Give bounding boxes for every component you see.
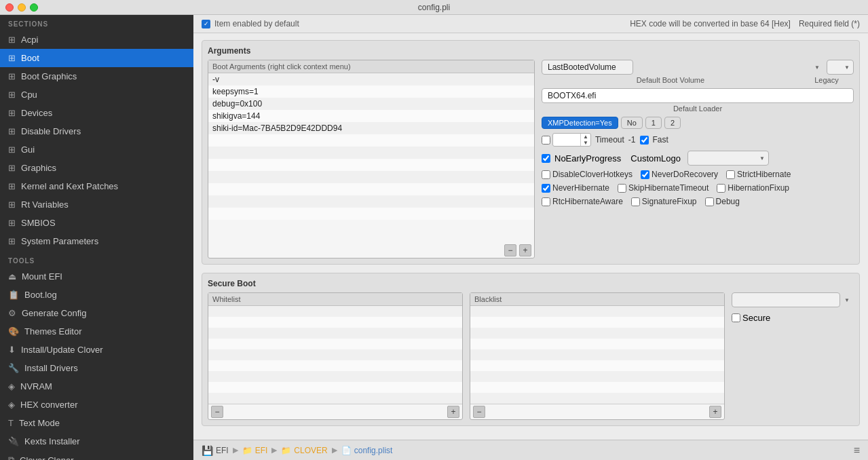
list-item[interactable]	[208, 134, 534, 147]
blacklist-remove-button[interactable]: −	[473, 406, 485, 418]
sidebar-item-smbios[interactable]: ⊞ SMBIOS	[0, 214, 193, 232]
list-item[interactable]	[470, 317, 724, 328]
sidebar-item-mount-efi[interactable]: ⏏ Mount EFI	[0, 267, 193, 286]
list-item[interactable]	[208, 147, 534, 159]
sidebar-item-cpu[interactable]: ⊞ Cpu	[0, 85, 193, 104]
close-button[interactable]	[5, 3, 14, 12]
whitelist-add-button[interactable]: +	[447, 406, 459, 418]
list-item[interactable]	[470, 371, 724, 382]
sidebar-item-kexts-installer[interactable]: 🔌 Kexts Installer	[0, 432, 193, 451]
fast-checkbox[interactable]	[640, 136, 649, 145]
list-item[interactable]	[470, 306, 724, 317]
secure-select-wrapper[interactable]	[732, 292, 854, 307]
default-boot-volume-select-wrapper[interactable]: LastBootedVolume	[542, 60, 824, 75]
sidebar-item-devices[interactable]: ⊞ Devices	[0, 104, 193, 122]
never-do-recovery-checkbox[interactable]	[641, 170, 649, 179]
list-item[interactable]	[470, 393, 724, 404]
list-item[interactable]	[208, 208, 534, 220]
remove-arg-button[interactable]: −	[504, 244, 516, 256]
timeout-box[interactable]: ▲ ▼	[552, 133, 591, 147]
hamburger-menu-icon[interactable]: ≡	[854, 444, 860, 457]
list-item[interactable]	[208, 328, 462, 339]
window-controls[interactable]	[5, 3, 38, 12]
sidebar-item-boot[interactable]: ⊞ Boot	[0, 49, 193, 67]
breadcrumb-efi-folder[interactable]: 📁 EFI	[242, 446, 268, 455]
item-enabled-checkbox[interactable]: ✓	[202, 20, 210, 28]
sidebar-item-boot-graphics[interactable]: ⊞ Boot Graphics	[0, 67, 193, 85]
list-item[interactable]	[470, 339, 724, 349]
timeout-up[interactable]: ▲	[581, 134, 590, 140]
list-item[interactable]	[208, 306, 462, 317]
xmp-detection-2-button[interactable]: 2	[664, 117, 681, 129]
list-item[interactable]	[208, 317, 462, 328]
list-item[interactable]	[208, 195, 534, 208]
never-hibernate-checkbox[interactable]	[542, 184, 550, 193]
sidebar-item-clover-cloner[interactable]: ⧉ Clover Cloner	[0, 451, 193, 460]
list-item[interactable]: -v	[208, 73, 534, 85]
xmp-detection-no-button[interactable]: No	[621, 117, 643, 129]
sidebar-item-generate-config[interactable]: ⚙ Generate Config	[0, 304, 193, 322]
default-boot-volume-select[interactable]: LastBootedVolume	[542, 60, 633, 75]
sidebar-item-rt-variables[interactable]: ⊞ Rt Variables	[0, 195, 193, 214]
boot-args-header[interactable]: Boot Arguments (right click context menu…	[208, 60, 534, 73]
disable-clover-hotkeys-checkbox[interactable]	[542, 170, 550, 179]
list-item[interactable]	[470, 349, 724, 360]
no-early-progress-checkbox[interactable]	[542, 154, 550, 163]
list-item[interactable]	[208, 349, 462, 360]
custom-logo-select-wrapper[interactable]	[687, 151, 769, 166]
timeout-checkbox[interactable]	[542, 136, 550, 145]
secure-select[interactable]	[732, 292, 840, 307]
list-item[interactable]	[208, 382, 462, 393]
timeout-input[interactable]	[553, 134, 580, 146]
list-item[interactable]	[208, 371, 462, 382]
sidebar-item-system-parameters[interactable]: ⊞ System Parameters	[0, 232, 193, 250]
debug-checkbox[interactable]	[705, 197, 714, 206]
default-loader-input[interactable]	[542, 88, 854, 103]
list-item[interactable]	[208, 339, 462, 349]
breadcrumb-efi-icon-item[interactable]: 💾 EFI	[202, 445, 229, 456]
list-item[interactable]	[208, 171, 534, 183]
sidebar-item-nvram[interactable]: ◈ NVRAM	[0, 377, 193, 396]
sidebar-item-boot-log[interactable]: 📋 Boot.log	[0, 286, 193, 304]
sidebar-item-text-mode[interactable]: T Text Mode	[0, 414, 193, 432]
breadcrumb-config-file[interactable]: 📄 config.plist	[341, 446, 393, 455]
sidebar-item-kernel-kext-patches[interactable]: ⊞ Kernel and Kext Patches	[0, 177, 193, 195]
xmp-detection-1-button[interactable]: 1	[645, 117, 662, 129]
skip-hibernate-timeout-checkbox[interactable]	[618, 184, 626, 193]
sidebar-item-gui[interactable]: ⊞ Gui	[0, 140, 193, 159]
list-item[interactable]	[208, 183, 534, 195]
sidebar-item-install-drivers[interactable]: 🔧 Install Drivers	[0, 359, 193, 377]
list-item[interactable]: keepsyms=1	[208, 85, 534, 98]
list-item[interactable]	[208, 360, 462, 371]
timeout-down[interactable]: ▼	[581, 140, 590, 146]
secure-checkbox[interactable]	[732, 313, 740, 322]
signature-fixup-checkbox[interactable]	[631, 197, 640, 206]
list-item[interactable]: shiki-id=Mac-7BA5B2D9E42DDD94	[208, 122, 534, 134]
sidebar-item-graphics[interactable]: ⊞ Graphics	[0, 159, 193, 177]
xmp-detection-yes-button[interactable]: XMPDetection=Yes	[542, 117, 618, 129]
blacklist-add-button[interactable]: +	[709, 406, 721, 418]
custom-logo-select[interactable]	[687, 151, 769, 166]
strict-hibernate-checkbox[interactable]	[726, 170, 735, 179]
rtc-hibernate-aware-checkbox[interactable]	[542, 197, 550, 206]
add-arg-button[interactable]: +	[519, 244, 531, 256]
breadcrumb-clover-folder[interactable]: 📁 CLOVER	[281, 446, 327, 455]
list-item[interactable]: shikigva=144	[208, 110, 534, 122]
timeout-stepper[interactable]: ▲ ▼	[580, 134, 590, 146]
sidebar-item-acpi[interactable]: ⊞ Acpi	[0, 31, 193, 49]
list-item[interactable]: debug=0x100	[208, 98, 534, 110]
sidebar-item-themes-editor[interactable]: 🎨 Themes Editor	[0, 322, 193, 341]
maximize-button[interactable]	[30, 3, 38, 12]
hibernation-fixup-checkbox[interactable]	[717, 184, 725, 193]
sidebar-item-install-update-clover[interactable]: ⬇ Install/Update Clover	[0, 341, 193, 359]
right-small-select-wrapper[interactable]	[827, 60, 854, 75]
list-item[interactable]	[208, 159, 534, 171]
sidebar-item-hex-converter[interactable]: ◈ HEX converter	[0, 396, 193, 414]
list-item[interactable]	[470, 328, 724, 339]
list-item[interactable]	[208, 393, 462, 404]
list-item[interactable]	[470, 382, 724, 393]
whitelist-remove-button[interactable]: −	[211, 406, 223, 418]
sidebar-item-disable-drivers[interactable]: ⊞ Disable Drivers	[0, 122, 193, 140]
minimize-button[interactable]	[18, 3, 26, 12]
list-item[interactable]	[470, 360, 724, 371]
